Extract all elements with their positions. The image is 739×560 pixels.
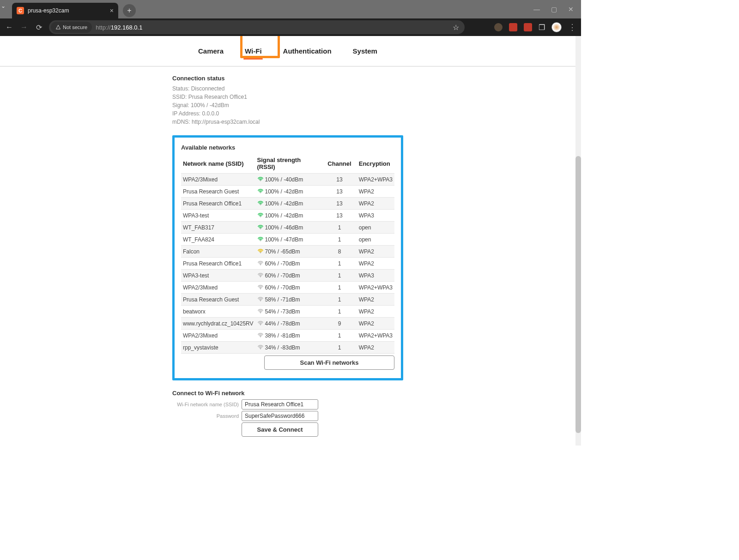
cell-channel: 1 — [322, 306, 357, 318]
back-icon[interactable]: ← — [5, 23, 14, 31]
reload-icon[interactable]: ⟳ — [34, 23, 43, 32]
network-row[interactable]: www.rychlydrat.cz_10425RV44% / -78dBm9WP… — [181, 318, 394, 330]
network-row[interactable]: Falcon70% / -65dBm8WPA2 — [181, 246, 394, 258]
extension-icon[interactable] — [509, 23, 517, 31]
scrollbar[interactable] — [575, 36, 581, 446]
network-row[interactable]: WPA3-test60% / -70dBm1WPA3 — [181, 270, 394, 282]
network-row[interactable]: Prusa Research Office160% / -70dBm1WPA2 — [181, 258, 394, 270]
svg-point-11 — [260, 313, 260, 313]
browser-menu-icon[interactable]: ⋮ — [568, 22, 576, 32]
cell-rssi: 100% / -46dBm — [255, 222, 322, 234]
cell-channel: 1 — [322, 234, 357, 246]
tab-system[interactable]: System — [349, 44, 381, 58]
extension-icon[interactable] — [494, 23, 503, 31]
col-encryption: Encryption — [357, 154, 394, 174]
cell-ssid: WPA2/3Mixed — [181, 282, 255, 294]
wifi-signal-icon — [257, 212, 264, 218]
address-bar[interactable]: Not secure http://192.168.0.1 ☆ — [49, 20, 465, 34]
cell-rssi: 58% / -71dBm — [255, 294, 322, 306]
network-row[interactable]: beatworx54% / -73dBm1WPA2 — [181, 306, 394, 318]
cell-ssid: Prusa Research Guest — [181, 294, 255, 306]
cell-ssid: beatworx — [181, 306, 255, 318]
cell-rssi: 54% / -73dBm — [255, 306, 322, 318]
not-secure-chip[interactable]: Not secure — [51, 22, 92, 33]
forward-icon[interactable]: → — [19, 23, 29, 31]
window-maximize-icon[interactable]: ▢ — [551, 6, 557, 13]
cell-channel: 13 — [322, 174, 357, 186]
favicon-icon: C — [17, 7, 24, 14]
network-row[interactable]: WT_FAB317100% / -46dBm1open — [181, 222, 394, 234]
ssid-input[interactable] — [242, 399, 318, 409]
network-row[interactable]: WPA2/3Mixed38% / -81dBm1WPA2+WPA3 — [181, 330, 394, 342]
cell-ssid: WPA2/3Mixed — [181, 330, 255, 342]
wifi-signal-icon — [257, 224, 264, 230]
col-ssid: Network name (SSID) — [181, 154, 255, 174]
tab-authentication[interactable]: Authentication — [279, 44, 335, 58]
cell-encryption: WPA3 — [357, 270, 394, 282]
cell-channel: 1 — [322, 330, 357, 342]
cell-rssi: 70% / -65dBm — [255, 246, 322, 258]
cell-rssi: 100% / -42dBm — [255, 210, 322, 222]
cell-channel: 8 — [322, 246, 357, 258]
cell-ssid: WT_FAB317 — [181, 222, 255, 234]
bookmark-star-icon[interactable]: ☆ — [453, 23, 459, 32]
cell-channel: 1 — [322, 258, 357, 270]
cell-rssi: 60% / -70dBm — [255, 282, 322, 294]
svg-point-1 — [260, 193, 260, 193]
scan-wifi-button[interactable]: Scan Wi-Fi networks — [264, 355, 394, 370]
cell-encryption: WPA2 — [357, 198, 394, 210]
cell-ssid: www.rychlydrat.cz_10425RV — [181, 318, 255, 330]
save-connect-button[interactable]: Save & Connect — [242, 422, 318, 437]
col-channel: Channel — [322, 154, 357, 174]
browser-tab[interactable]: C prusa-esp32cam × — [12, 3, 118, 18]
browser-tab-strip: ⌄ C prusa-esp32cam × + — ▢ ✕ — [0, 0, 581, 18]
extensions-menu-icon[interactable]: ❐ — [539, 23, 545, 32]
profile-avatar-icon[interactable] — [551, 22, 562, 32]
close-tab-icon[interactable]: × — [110, 7, 114, 14]
wifi-signal-icon — [257, 272, 264, 278]
cell-encryption: WPA2 — [357, 246, 394, 258]
cell-channel: 1 — [322, 270, 357, 282]
new-tab-button[interactable]: + — [123, 4, 136, 17]
svg-point-6 — [260, 253, 260, 253]
network-row[interactable]: Prusa Research Guest100% / -42dBm13WPA2 — [181, 186, 394, 198]
cell-encryption: WPA2+WPA3 — [357, 330, 394, 342]
network-row[interactable]: WPA2/3Mixed60% / -70dBm1WPA2+WPA3 — [181, 282, 394, 294]
wifi-signal-icon — [257, 308, 264, 314]
cell-channel: 1 — [322, 294, 357, 306]
cell-rssi: 38% / -81dBm — [255, 330, 322, 342]
cell-encryption: WPA3 — [357, 210, 394, 222]
cell-channel: 9 — [322, 318, 357, 330]
window-close-icon[interactable]: ✕ — [568, 6, 574, 13]
extension-icon[interactable] — [524, 23, 532, 31]
window-minimize-icon[interactable]: — — [533, 6, 540, 13]
network-row[interactable]: WT_FAA824100% / -47dBm1open — [181, 234, 394, 246]
cell-channel: 13 — [322, 210, 357, 222]
password-input[interactable] — [242, 411, 318, 421]
cell-ssid: WPA2/3Mixed — [181, 174, 255, 186]
page-content: Camera Wi-Fi Authentication System Conne… — [0, 36, 575, 446]
password-input-label: Password — [172, 413, 239, 419]
wifi-signal-icon — [257, 200, 264, 206]
tabs-menu-icon[interactable]: ⌄ — [1, 3, 6, 9]
cell-encryption: WPA2 — [357, 318, 394, 330]
wifi-signal-icon — [257, 236, 264, 242]
tab-camera[interactable]: Camera — [194, 44, 227, 58]
available-networks-box: Available networks Network name (SSID) S… — [172, 135, 403, 380]
wifi-signal-icon — [257, 176, 264, 182]
svg-point-12 — [260, 325, 260, 325]
network-row[interactable]: Prusa Research Office1100% / -42dBm13WPA… — [181, 198, 394, 210]
not-secure-label: Not secure — [63, 24, 87, 30]
wifi-signal-icon — [257, 284, 264, 290]
ssid-input-label: Wi-Fi network name (SSID) — [172, 402, 239, 407]
scrollbar-thumb[interactable] — [575, 156, 581, 433]
cell-ssid: Prusa Research Office1 — [181, 258, 255, 270]
network-row[interactable]: Prusa Research Guest58% / -71dBm1WPA2 — [181, 294, 394, 306]
network-row[interactable]: WPA3-test100% / -42dBm13WPA3 — [181, 210, 394, 222]
svg-point-13 — [260, 337, 260, 337]
cell-rssi: 34% / -83dBm — [255, 342, 322, 354]
cell-ssid: WPA3-test — [181, 270, 255, 282]
network-row[interactable]: WPA2/3Mixed100% / -40dBm13WPA2+WPA3 — [181, 174, 394, 186]
svg-point-8 — [260, 277, 260, 277]
network-row[interactable]: rpp_vystaviste34% / -83dBm1WPA2 — [181, 342, 394, 354]
